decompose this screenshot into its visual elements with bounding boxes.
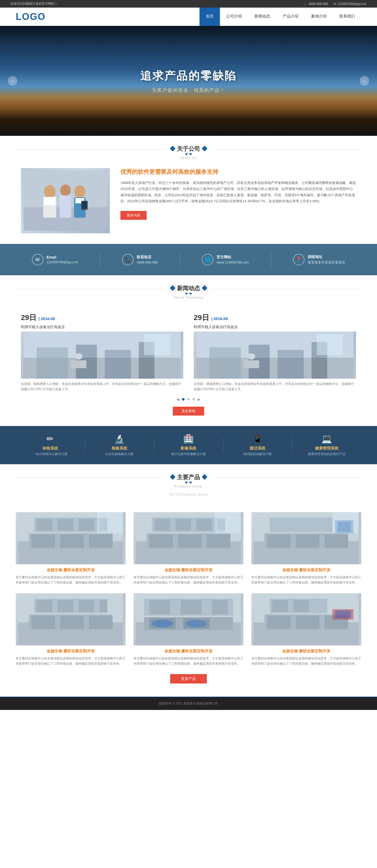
news-title-cn: ◆ 新闻动态 ◆ — [170, 284, 207, 292]
product-image-2 — [134, 512, 243, 564]
contact-website-info: 官方网站 www.123456789.com — [216, 255, 249, 264]
product-img-svg-2 — [134, 513, 243, 564]
news-diamond-left: ◆ — [170, 285, 177, 291]
section-line-left — [16, 149, 173, 150]
products-diamond-right: ◆ — [202, 474, 207, 480]
svg-rect-91 — [267, 616, 291, 629]
svg-rect-30 — [243, 360, 259, 368]
news-prev-arrow[interactable]: ◀ — [176, 397, 179, 401]
svg-rect-55 — [215, 513, 241, 533]
product-image-3 — [251, 512, 361, 564]
product-card-5: 金超生物 廉软全新定制开发 本方案结合体检中心的全面流程以及新的移动信息技术，大… — [134, 593, 243, 666]
footer: 版权所有 © 2021 某某医疗器由品有限公司 — [0, 696, 377, 710]
news-image-svg-2 — [194, 332, 356, 379]
nav-item-cases[interactable]: 案例介绍 — [305, 8, 333, 26]
product-name-1: 金超生物 廉软全新定制开发 — [16, 567, 126, 572]
svg-rect-37 — [89, 535, 113, 548]
news-tri-1 — [185, 293, 188, 295]
nav-item-products[interactable]: 产品介绍 — [277, 8, 305, 26]
product-name-5: 金超生物 廉软全新定制开发 — [134, 649, 243, 654]
svg-rect-75 — [79, 600, 94, 612]
contact-address-value: 某某某某市某某区某某街 — [308, 260, 345, 265]
product-card-4: 金超生物 廉软全新定制开发 本方案结合体检中心的全面流程以及新的移动信息技术，大… — [16, 593, 126, 666]
products-title-triangles — [170, 482, 207, 484]
service-name-4: 随访系统 — [223, 446, 292, 451]
product-img-svg-6 — [252, 593, 361, 646]
svg-rect-69 — [31, 616, 55, 629]
banner-content: 追求产品的零缺陷 为客户提供安全、优质的产品！ — [140, 68, 237, 93]
news-dot-2[interactable] — [187, 398, 190, 401]
product-img-svg-4 — [16, 593, 125, 646]
contact-address-label: 训练地址 — [308, 255, 345, 259]
contact-email-info: Email 123456789@qq.com — [47, 255, 78, 264]
products-section-line-right — [204, 477, 361, 478]
svg-rect-86 — [181, 600, 202, 614]
service-item-1: ✏ 体检系统 一站式体检中心解决方案 — [16, 434, 85, 456]
more-products-button[interactable]: 更多产品 — [170, 674, 207, 683]
nav-item-about[interactable]: 公司介绍 — [220, 8, 248, 26]
diamond-left: ◆ — [170, 146, 177, 152]
svg-rect-40 — [58, 519, 73, 531]
svg-rect-65 — [332, 513, 359, 533]
svg-rect-43 — [97, 513, 123, 533]
news-text-2: 在美国，随着肥胖人口增加，常血压发病率近年来也有显著上升，对常血压的传统治疗一直… — [194, 381, 356, 392]
banner-subtitle: 为客户提供安全、优质的产品！ — [140, 87, 237, 93]
about-image — [21, 168, 110, 234]
news-date-2: 29日 | 2016.08 — [194, 313, 356, 323]
email-address: 123456789@qq.com — [337, 2, 367, 6]
about-more-button[interactable]: 更多内容 — [120, 211, 147, 220]
svg-rect-39 — [37, 519, 52, 531]
contact-website-value: www.123456789.com — [216, 260, 249, 264]
svg-rect-64 — [270, 518, 332, 532]
banner-next-arrow[interactable]: › — [360, 76, 369, 86]
service-desc-3: 数字化医学影像解决方案 — [154, 452, 223, 456]
products-grid: 金超生物 廉软全新定制开发 本方案结合体检中心的全面流程以及新的移动信息技术，大… — [16, 512, 361, 666]
news-tri-2 — [189, 293, 192, 295]
about-section-header: ◆ 关于公司 ◆ About Us — [0, 136, 377, 163]
product-name-6: 金超生物 廉软全新定制开发 — [251, 649, 361, 654]
email-icon: ✉ — [333, 2, 336, 6]
service-item-5: 💻 健康管理系统 健康管理系统的的系列产品 — [292, 434, 361, 456]
svg-point-31 — [248, 353, 255, 360]
svg-rect-92 — [296, 616, 319, 629]
news-date-1: 29日 | 2016.08 — [21, 313, 183, 323]
svg-rect-11 — [82, 201, 87, 209]
news-section-line-left — [16, 289, 173, 289]
news-title-1: 利用可植入设备治疗高血压 — [21, 325, 183, 330]
svg-rect-98 — [293, 600, 309, 612]
news-text-1: 在美国，随着肥胖人口增加，常血压发病率近年来也有显著上升，对常血压的传统治疗一直… — [21, 381, 183, 392]
svg-rect-36 — [60, 535, 84, 548]
product-desc-3: 本方案结合体检中心的全面流程以及新的移动信息技术，大大提高体检中心的工作效率和门… — [251, 575, 361, 585]
products-diamond-left: ◆ — [170, 474, 177, 480]
nav-item-contact[interactable]: 联系我们 — [333, 8, 361, 26]
contact-website: 🌐 官方网站 www.123456789.com — [202, 254, 249, 265]
more-news-button[interactable]: 更多新闻 — [173, 407, 204, 415]
address-contact-icon: 📍 — [293, 254, 304, 265]
banner-prev-arrow[interactable]: ‹ — [8, 76, 17, 86]
news-next-arrow[interactable]: ▶ — [198, 397, 201, 401]
news-image-1 — [21, 332, 183, 379]
news-dot-3[interactable] — [193, 398, 195, 401]
service-icon-2: 🔬 — [85, 434, 154, 444]
top-bar-right: 📞 4888-888-888 ✉ 123456789@qq.com — [303, 2, 367, 6]
products-tri-1 — [185, 482, 188, 484]
service-name-2: 检验系统 — [85, 446, 154, 451]
service-desc-2: 自动化检验解决方案 — [85, 452, 154, 456]
news-title-2: 利用可植入设备治疗高血压 — [194, 325, 356, 330]
contact-phone-label: 联系电话 — [137, 255, 158, 259]
nav-item-news[interactable]: 新闻动态 — [248, 8, 277, 26]
news-image-2-inner — [194, 332, 356, 379]
contact-email-label: Email — [47, 255, 78, 259]
svg-rect-20 — [71, 360, 86, 368]
diamond-right: ◆ — [202, 146, 207, 152]
product-image-5 — [134, 593, 243, 646]
svg-rect-51 — [154, 519, 170, 531]
banner: ‹ 追求产品的零缺陷 为客户提供安全、优质的产品！ › — [0, 26, 377, 136]
product-name-2: 金超生物 廉软全新定制开发 — [134, 567, 243, 572]
services-bar: ✏ 体检系统 一站式体检中心解决方案 🔬 检验系统 自动化检验解决方案 🏥 影像… — [0, 426, 377, 464]
about-image-placeholder — [21, 168, 110, 233]
svg-point-83 — [186, 620, 207, 627]
nav-item-home[interactable]: 首页 — [200, 8, 220, 26]
news-dot-1[interactable] — [182, 398, 184, 401]
product-name-4: 金超生物 廉软全新定制开发 — [16, 649, 126, 654]
